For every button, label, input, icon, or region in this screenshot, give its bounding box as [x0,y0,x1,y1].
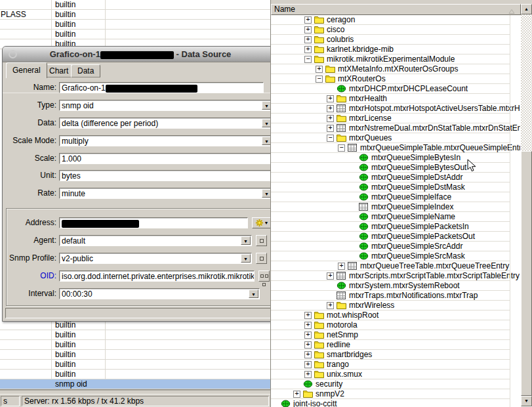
expander-icon[interactable]: + [304,332,312,339]
expander-icon[interactable]: + [304,351,312,358]
expander-icon[interactable]: + [304,371,312,378]
tree-item[interactable]: mtxrQueueSimplePacketsIn [271,222,510,232]
expander-icon[interactable]: + [327,125,334,132]
snmp-profile-edit-button[interactable] [256,253,267,264]
expander-icon[interactable]: + [293,391,300,398]
tree-item[interactable]: − mtXRouterOs [271,74,510,84]
scrollbar-thumb[interactable] [521,151,532,396]
expander-icon[interactable]: + [304,36,312,43]
address-wizard-button[interactable]: ▼ [252,217,272,228]
tree-item[interactable]: + mtXMetaInfo.mtXRouterOsGroups [271,64,510,74]
tree-item[interactable]: + redline [271,340,510,350]
expander-icon[interactable]: + [327,115,334,122]
tree-item[interactable]: mtxrQueueSimpleDstMask [271,182,510,192]
tree-item[interactable]: mtxrQueueSimpleIface [271,192,510,202]
tree-item[interactable]: + karlnet.kbridge-mib [271,45,510,54]
tab-general[interactable]: General [6,62,47,78]
dialog-titlebar[interactable]: Grafico-on-1 - Data Source [3,47,278,62]
chevron-down-icon[interactable]: ▼ [249,289,258,298]
tree-item[interactable]: mtxrQueueSimpleBytesIn [271,153,510,163]
table-row[interactable]: builtin [0,0,270,10]
tree-item[interactable]: − mtxrQueueSimpleTable.mtxrQueueSimpleEn… [271,143,510,153]
expander-icon[interactable]: + [304,16,312,24]
rate-select[interactable]: minute▼ [59,188,273,199]
tree-item[interactable]: + unix.smux [271,370,510,379]
unit-input[interactable]: bytes [59,170,273,181]
expander-icon[interactable]: + [304,322,312,329]
tree-item[interactable]: + mtxrNstremeDual.mtxrDnStatTable.mtxrDn… [271,123,510,133]
tree-item[interactable]: + smartbridges [271,350,510,360]
table-row[interactable]: builtin [0,350,270,360]
table-row[interactable]: builtin [0,340,270,350]
expander-icon[interactable]: + [304,312,312,319]
expander-icon[interactable]: + [338,263,345,270]
tree-item[interactable]: mtxrQueueSimpleSrcAddr [271,242,510,251]
expander-icon[interactable]: + [304,26,312,33]
tree-item[interactable]: + mtxrHealth [271,94,510,104]
expander-icon[interactable]: + [327,95,334,102]
expander-icon[interactable]: + [316,66,323,73]
tree-item[interactable]: + mtxrWireless [271,301,510,311]
interval-select[interactable]: 00:00:30▼ [59,288,260,299]
table-row[interactable]: builtin [0,370,270,379]
expander-icon[interactable]: − [304,56,312,63]
tree-item[interactable]: joint-iso-ccitt [271,399,510,407]
expander-icon[interactable]: + [327,272,334,280]
oid-input[interactable]: iso.org.dod.internet.private.enterprises… [59,270,255,282]
tree-item[interactable]: mtxrQueueSimplePacketsOut [271,232,510,242]
agent-edit-button[interactable] [256,235,267,246]
tree-item[interactable]: mtxrQueueSimpleBytesOut [271,163,510,173]
table-row[interactable]: PLASS builtin [0,10,270,20]
tree-item[interactable]: mtxrQueueSimpleSrcMask [271,251,510,261]
scroll-down-button[interactable]: ▼ [521,396,532,406]
tree-item[interactable]: mtxrQueueSimpleDstAddr [271,173,510,182]
address-input[interactable] [59,217,248,228]
tree-item[interactable]: + mot.whispRoot [271,311,510,320]
tree-item[interactable]: mtxrDHCP.mtxrDHCPLeaseCount [271,84,510,94]
tree-item[interactable]: + mtxrLicense [271,114,510,123]
table-row[interactable]: builtin [0,20,270,30]
name-input[interactable]: Grafico-on-1 [59,82,264,93]
tree-item[interactable]: + trango [271,360,510,370]
tree-item[interactable]: + netSnmp [271,330,510,340]
agent-select[interactable]: default▼ [59,235,252,246]
expander-icon[interactable]: + [327,302,334,309]
expander-icon[interactable]: + [304,341,312,349]
tab-chart[interactable]: Chart [43,64,75,77]
tree-item[interactable]: + mtxrScripts.mtxrScriptTable.mtxrScript… [271,271,510,281]
expander-icon[interactable]: − [327,135,334,142]
tree-item[interactable]: + colubris [271,35,510,45]
scroll-up-button[interactable]: ▲ [521,4,532,14]
expander-icon[interactable]: − [316,75,323,83]
table-row[interactable]: builtin [0,320,270,330]
expander-icon[interactable]: + [327,105,334,112]
expander-icon[interactable]: + [304,46,312,53]
chevron-down-icon[interactable]: ▼ [241,254,251,263]
data-select[interactable]: delta (difference per period)▼ [59,118,273,129]
tree-item[interactable]: − mtxrQueues [271,133,510,143]
tab-data[interactable]: Data [71,64,100,77]
expander-icon[interactable]: + [304,361,312,368]
scale-mode-select[interactable]: multiply▼ [59,135,273,146]
expander-icon[interactable]: − [338,144,345,152]
tree-item[interactable]: + cisco [271,25,510,35]
tree-item[interactable]: mtxrTraps.mtxrNotifications.mtxrTrap [271,291,510,301]
tree-item[interactable]: security [271,379,510,389]
table-row-selected[interactable]: snmp oid [0,379,270,389]
oid-browse-button[interactable] [258,270,270,282]
chevron-down-icon[interactable]: ▼ [241,236,251,245]
scale-input[interactable]: 1.000 [59,153,273,164]
type-select[interactable]: snmp oid▼ [59,100,273,111]
tree-item[interactable]: − mikrotik.mikrotikExperimentalModule [271,54,510,64]
tree-item[interactable]: + mtxrHotspot.mtxrHotspotActiveUsersTabl… [271,104,510,114]
table-row[interactable]: builtin [0,360,270,370]
table-row[interactable]: builtin [0,30,270,39]
tree-item[interactable]: mtxrQueueSimpleName [271,212,510,222]
tree-item[interactable]: mtxrSystem.mtxrSystemReboot [271,281,510,291]
snmp-profile-select[interactable]: v2-public▼ [59,253,252,264]
tree-item[interactable]: + mtxrQueueTreeTable.mtxrQueueTreeEntry [271,261,510,271]
tree-item[interactable]: + ceragon [271,15,510,25]
tree-column-header[interactable]: Name [271,4,521,15]
table-row[interactable]: builtin [0,330,270,340]
tree-item[interactable]: mtxrQueueSimpleIndex [271,202,510,212]
